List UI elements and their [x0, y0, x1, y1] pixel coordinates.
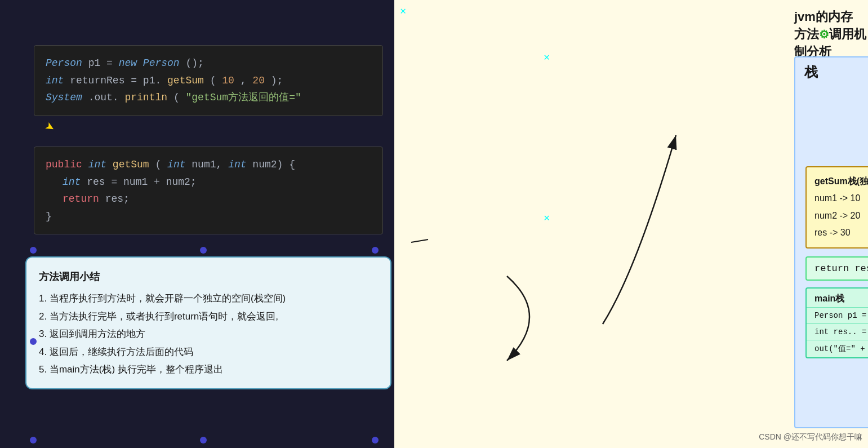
jvm-title: jvm的内存 方法⚙调用机制分析	[794, 8, 868, 60]
dot-2	[200, 247, 207, 254]
code-line-3: System .out. println ( "getSum方法返回的值="	[46, 89, 371, 107]
getsum-frame: getSum栈(独立空间) num1 -> 10 num2 -> 20 res …	[805, 166, 868, 249]
getsum-num1: num1 -> 10	[814, 190, 868, 207]
summary-item-4: 4. 返回后，继续执行方法后面的代码	[39, 343, 378, 361]
summary-title: 方法调用小结	[39, 268, 378, 286]
code-line-1: Person p1 = new Person ();	[46, 55, 371, 72]
left-panel: Person p1 = new Person (); int returnRes…	[0, 0, 400, 448]
watermark: CSDN @还不写代码你想干嘛	[759, 432, 862, 442]
code-line-4: public int getSum ( int num1, int num2) …	[46, 156, 371, 174]
main-item-3: out("值=" + res..)	[807, 340, 868, 357]
summary-item-1: 1. 当程序执行到方法时，就会开辟一个独立的空间(栈空间)	[39, 290, 378, 307]
return-text: return res;	[814, 263, 868, 274]
getsum-title: getSum栈(独立空间)	[814, 173, 868, 190]
return-box: return res;	[805, 256, 868, 281]
main-item-2: int res.. = p1.getSum(10,20)	[807, 323, 868, 340]
code-line-5: int res = num1 + num2;	[46, 174, 371, 191]
stack-label: 栈	[795, 57, 868, 87]
x-marker-2: ✕	[544, 51, 550, 63]
getsum-num2: num2 -> 20	[814, 207, 868, 224]
main-item-1: Person p1 = new ....	[807, 307, 868, 323]
summary-item-3: 3. 返回到调用方法的地方	[39, 325, 378, 343]
right-panel: jvm的内存 方法⚙调用机制分析 栈 getSum栈(独立空间) num1 ->…	[394, 0, 868, 448]
code-line-7: }	[46, 208, 371, 225]
getsum-res: res -> 30	[814, 224, 868, 241]
code-line-6: return res;	[46, 190, 371, 208]
code-block-2: public int getSum ( int num1, int num2) …	[34, 147, 383, 234]
dot-4	[30, 338, 37, 345]
x-marker-3: ✕	[544, 211, 550, 224]
code-line-2: int returnRes = p1. getSum ( 10 , 20 );	[46, 72, 371, 90]
summary-item-2: 2. 当方法执行完毕，或者执行到return语句时，就会返回,	[39, 308, 378, 325]
dot-7	[372, 437, 379, 443]
summary-box: 方法调用小结 1. 当程序执行到方法时，就会开辟一个独立的空间(栈空间) 2. …	[25, 256, 391, 389]
dot-6	[200, 437, 207, 443]
dot-1	[30, 247, 37, 254]
dot-3	[372, 247, 379, 254]
code-block-1: Person p1 = new Person (); int returnRes…	[34, 45, 383, 116]
main-frame: main栈 Person p1 = new .... int res.. = p…	[805, 287, 868, 358]
jvm-title-line1: jvm的内存	[794, 8, 868, 26]
jvm-title-line2: 方法⚙调用机制分析	[794, 26, 868, 61]
yellow-arrow: ➤	[41, 117, 59, 139]
x-marker-1: ✕	[400, 5, 406, 17]
main-label: main栈	[807, 289, 868, 307]
summary-item-5: 5. 当main方法(栈) 执行完毕，整个程序退出	[39, 361, 378, 378]
dot-5	[30, 437, 37, 443]
